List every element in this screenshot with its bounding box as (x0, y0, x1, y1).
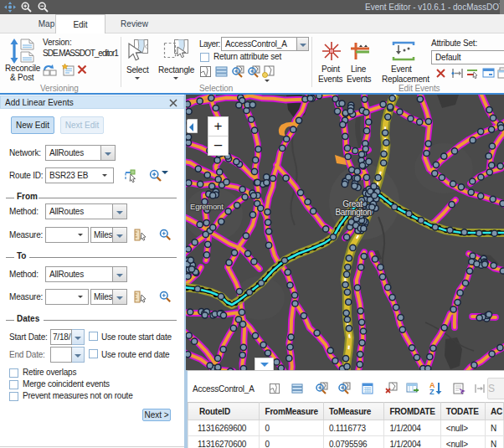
svg-text:Barrington: Barrington (335, 208, 371, 217)
svg-text:Egremont: Egremont (190, 202, 224, 211)
svg-text:Z: Z (429, 388, 435, 395)
